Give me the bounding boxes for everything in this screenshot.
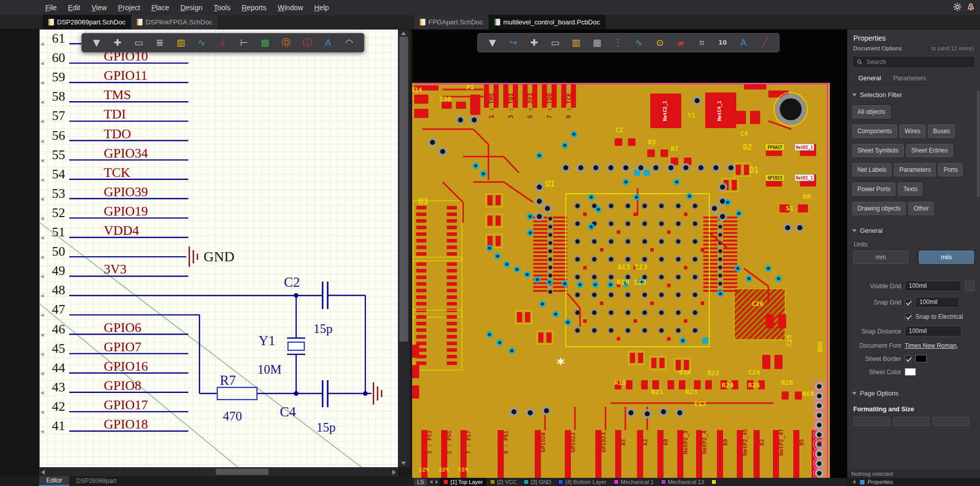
snap-electrical-checkbox[interactable] xyxy=(905,313,912,320)
properties-tab[interactable]: Properties xyxy=(868,479,893,485)
editor-tab[interactable]: Editor xyxy=(39,476,69,486)
tab-general[interactable]: General xyxy=(853,72,886,85)
menu-design[interactable]: Design xyxy=(175,4,208,12)
layer-tab--2-vcc[interactable]: [2] VCC xyxy=(486,478,521,486)
search-input[interactable] xyxy=(866,58,970,66)
component-icon[interactable]: ▦ xyxy=(589,38,605,47)
menu-file[interactable]: File xyxy=(40,4,63,12)
gnd-icon[interactable]: ⏚ xyxy=(215,38,231,47)
tab-parameters[interactable]: Parameters xyxy=(888,72,931,85)
menu-view[interactable]: View xyxy=(86,4,112,12)
route-icon[interactable]: ↪ xyxy=(505,38,522,47)
schematic-pin-row[interactable]: «47 xyxy=(41,302,199,319)
menu-place[interactable]: Place xyxy=(146,4,175,12)
crystal-circuit[interactable]: C215pY110MR7470C415p xyxy=(199,275,382,434)
filter-wires[interactable]: Wires xyxy=(900,125,926,138)
layer-tab--1-top-layer[interactable]: [1] Top Layer xyxy=(440,478,486,486)
filter-net-labels[interactable]: Net Labels xyxy=(852,163,891,176)
text-icon[interactable]: A xyxy=(735,38,752,47)
layer-tab-mechanical-13[interactable]: Mechanical 13 xyxy=(657,478,708,486)
template-button[interactable] xyxy=(853,417,890,426)
line-icon[interactable]: ╱ xyxy=(756,38,772,47)
polygon-icon[interactable]: ⌗ xyxy=(694,38,710,47)
section-general[interactable]: General xyxy=(847,221,980,238)
menu-window[interactable]: Window xyxy=(272,4,309,12)
vertical-scroll-thumb[interactable] xyxy=(399,37,408,342)
fill-icon[interactable]: ▰ xyxy=(673,38,689,47)
schematic-pin-row[interactable]: «51VDD4 xyxy=(41,223,188,241)
via-icon[interactable]: ⊙ xyxy=(652,38,668,47)
units-mils-button[interactable]: mils xyxy=(919,251,974,264)
snap-grid-input[interactable]: 100mil xyxy=(915,297,959,308)
info-icon[interactable]: ⓘ xyxy=(299,38,315,47)
standard-button[interactable] xyxy=(893,417,930,426)
filter-parameters[interactable]: Parameters xyxy=(894,163,936,176)
menu-tools[interactable]: Tools xyxy=(208,4,236,12)
bell-icon[interactable] xyxy=(967,3,975,13)
directive-icon[interactable]: Ⓓ xyxy=(278,38,294,47)
schematic-vertical-scrollbar[interactable] xyxy=(398,29,410,467)
filter-icon[interactable]: ▼ xyxy=(484,38,501,47)
schematic-pin-row[interactable]: «48 xyxy=(41,283,323,299)
filter-drawing-objects[interactable]: Drawing objects xyxy=(852,202,906,215)
doc-tab-fpgapart-schdoc[interactable]: FPGApart.SchDoc xyxy=(414,15,489,29)
visible-grid-input[interactable]: 100mil xyxy=(905,281,961,291)
schematic-pin-row[interactable]: «59GPIO11 xyxy=(41,68,188,86)
schematic-pin-row[interactable]: «55GPIO34 xyxy=(41,146,188,164)
filter-buses[interactable]: Buses xyxy=(928,125,955,138)
schematic-pin-row[interactable]: «53GPIO39 xyxy=(41,185,188,203)
gear-icon[interactable] xyxy=(953,3,962,13)
layer-tab-extra[interactable] xyxy=(708,478,720,486)
schematic-pin-row[interactable]: «41GPIO18 xyxy=(41,417,188,435)
document-font-value[interactable]: Times New Roman, xyxy=(905,342,958,349)
schematic-canvas[interactable]: «61«60GPIO10«59GPIO11«58TMS«57TDI«56TDO«… xyxy=(39,29,398,467)
layer-set-button[interactable]: LS xyxy=(414,478,427,485)
align-icon[interactable]: ≣ xyxy=(152,38,168,47)
filter-components[interactable]: Components xyxy=(852,125,897,138)
document-options-label[interactable]: Document Options xyxy=(853,45,902,51)
schematic-pin-row[interactable]: «42GPIO17 xyxy=(41,398,188,416)
custom-button[interactable] xyxy=(933,417,969,426)
filter-power-ports[interactable]: Power Ports xyxy=(852,183,896,196)
grid-options-button[interactable] xyxy=(965,281,975,291)
menu-project[interactable]: Project xyxy=(112,4,146,12)
pcb-canvas[interactable]: R34C30P1U3U1C2R3R7Y1C4D2D1S1R8C26C25C24R… xyxy=(412,29,847,478)
schematic-pin-row[interactable]: «56TDO xyxy=(41,127,188,145)
move-icon[interactable]: ✚ xyxy=(109,38,126,47)
probe-icon[interactable]: ⊢ xyxy=(236,38,252,47)
menu-reports[interactable]: Reports xyxy=(236,4,272,12)
sheet-border-checkbox[interactable] xyxy=(905,355,912,362)
menu-edit[interactable]: Edit xyxy=(63,4,86,12)
layers-icon[interactable]: ▥ xyxy=(568,38,584,47)
section-page-options[interactable]: Page Options xyxy=(847,384,980,401)
text-icon[interactable]: A xyxy=(320,38,336,47)
filter-texts[interactable]: Texts xyxy=(898,183,923,196)
ruler-icon[interactable]: 10 xyxy=(714,40,731,46)
filter-icon[interactable]: ▼ xyxy=(89,38,105,47)
filter-sheet-entries[interactable]: Sheet Entries xyxy=(906,144,953,157)
sheet-color-swatch[interactable] xyxy=(905,368,916,376)
doc-tab-dsplinkfpga-schdoc[interactable]: DSPlinkFPGA.SchDoc xyxy=(131,15,218,29)
layer-tab--4-bottom-layer[interactable]: [4] Bottom Layer xyxy=(555,478,610,486)
move-icon[interactable]: ✚ xyxy=(526,38,542,47)
layer-tab--3-gnd[interactable]: [3] GND xyxy=(520,478,555,486)
snap-grid-checkbox[interactable] xyxy=(905,299,912,306)
arc-icon[interactable]: ◠ xyxy=(341,38,357,47)
schematic-pin-row[interactable]: «493V3 xyxy=(41,262,188,280)
layer-scroll-left-icon[interactable] xyxy=(430,480,433,484)
schematic-pin-row[interactable]: «44GPIO16 xyxy=(41,359,188,377)
search-box[interactable] xyxy=(852,56,975,68)
schematic-pin-row[interactable]: «45GPIO7 xyxy=(41,340,188,358)
section-selection-filter[interactable]: Selection Filter xyxy=(847,85,980,102)
filter-other[interactable]: Other xyxy=(908,202,934,215)
filter-ports[interactable]: Ports xyxy=(938,163,963,176)
pads-icon[interactable]: ⋮ xyxy=(610,38,626,47)
units-mm-button[interactable]: mm xyxy=(853,251,908,264)
panel-collapse-icon[interactable] xyxy=(853,480,855,484)
select-rect-icon[interactable]: ▭ xyxy=(547,38,563,47)
menu-help[interactable]: Help xyxy=(309,4,335,12)
properties-scrollbar[interactable] xyxy=(977,90,979,197)
schematic-pin-row[interactable]: «57TDI xyxy=(41,107,188,125)
part-icon[interactable]: ▩ xyxy=(257,38,273,47)
schematic-pin-row[interactable]: «50GND xyxy=(41,244,235,267)
